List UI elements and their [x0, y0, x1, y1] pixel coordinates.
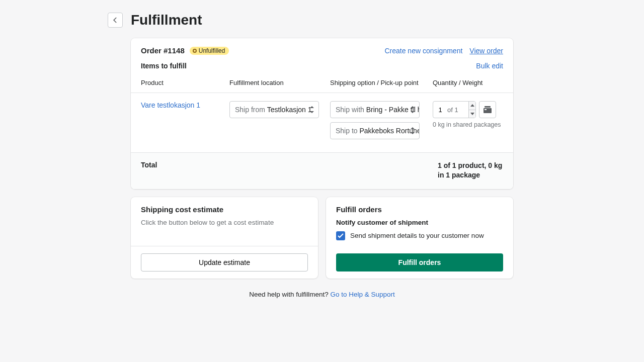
col-product: Product — [141, 79, 229, 86]
order-card: Order #1148 Unfulfilled Create new consi… — [131, 38, 513, 189]
col-location: Fulfillment location — [229, 79, 330, 86]
help-footer: Need help with fulfillment? Go to Help &… — [0, 291, 644, 298]
status-badge-text: Unfulfilled — [199, 47, 225, 54]
items-heading: Items to fulfill — [141, 62, 187, 70]
notify-label: Notify customer of shipment — [326, 214, 513, 229]
package-hint: 0 kg in shared packages — [433, 121, 503, 128]
create-consignment-link[interactable]: Create new consignment — [384, 47, 462, 55]
estimate-title: Shipping cost estimate — [131, 197, 318, 214]
table-header: Product Fulfillment location Shipping op… — [131, 75, 513, 93]
update-estimate-button[interactable]: Update estimate — [141, 253, 308, 272]
checkmark-icon — [338, 233, 344, 238]
fulfill-orders-button[interactable]: Fulfill orders — [336, 253, 503, 272]
svg-rect-2 — [485, 109, 487, 110]
total-value: 1 of 1 product, 0 kg in 1 package — [438, 161, 503, 180]
svg-rect-0 — [484, 108, 492, 113]
table-footer: Total 1 of 1 product, 0 kg in 1 package — [131, 153, 513, 189]
help-link[interactable]: Go to Help & Support — [331, 291, 395, 298]
page-header: Fulfillment — [131, 12, 513, 28]
arrow-left-icon — [111, 16, 119, 24]
chevron-updown-icon — [410, 106, 415, 113]
pickup-point-select[interactable]: Ship to Pakkeboks Rortunet... — [330, 122, 420, 139]
product-link[interactable]: Vare testlokasjon 1 — [141, 101, 200, 109]
caret-down-icon — [470, 113, 474, 115]
view-order-link[interactable]: View order — [469, 47, 503, 55]
page-title: Fulfillment — [131, 12, 202, 28]
col-shipping: Shipping option / Pick-up point — [330, 79, 433, 86]
fulfillment-location-select[interactable]: Ship from Testlokasjon 1 — [229, 101, 319, 118]
chevron-updown-icon — [410, 127, 415, 134]
quantity-stepper[interactable]: of 1 — [433, 101, 476, 118]
estimate-desc: Click the button below to get a cost est… — [131, 214, 318, 234]
notify-checkbox[interactable] — [336, 231, 345, 240]
col-quantity: Quantity / Weight — [433, 79, 503, 86]
estimate-card: Shipping cost estimate Click the button … — [131, 197, 318, 279]
shipping-option-select[interactable]: Ship with Bring - Pakke til h... — [330, 101, 420, 118]
fulfill-title: Fulfill orders — [326, 197, 513, 214]
total-label: Total — [141, 161, 157, 180]
notify-checkbox-label: Send shipment details to your customer n… — [350, 232, 484, 239]
quantity-of: of 1 — [447, 106, 458, 114]
quantity-input[interactable] — [433, 106, 447, 114]
status-badge: Unfulfilled — [190, 47, 229, 55]
package-icon — [484, 106, 492, 113]
package-button[interactable] — [479, 101, 496, 118]
table-row: Vare testlokasjon 1 Ship from Testlokasj… — [131, 93, 513, 153]
order-title: Order #1148 — [141, 46, 185, 55]
chevron-updown-icon — [309, 106, 314, 113]
bulk-edit-link[interactable]: Bulk edit — [476, 62, 503, 70]
qty-down-button[interactable] — [469, 110, 475, 118]
fulfill-card: Fulfill orders Notify customer of shipme… — [326, 197, 513, 279]
back-button[interactable] — [108, 13, 123, 28]
status-dot-icon — [193, 49, 197, 53]
qty-up-button[interactable] — [469, 102, 475, 110]
caret-up-icon — [470, 104, 474, 107]
svg-rect-1 — [485, 106, 491, 108]
